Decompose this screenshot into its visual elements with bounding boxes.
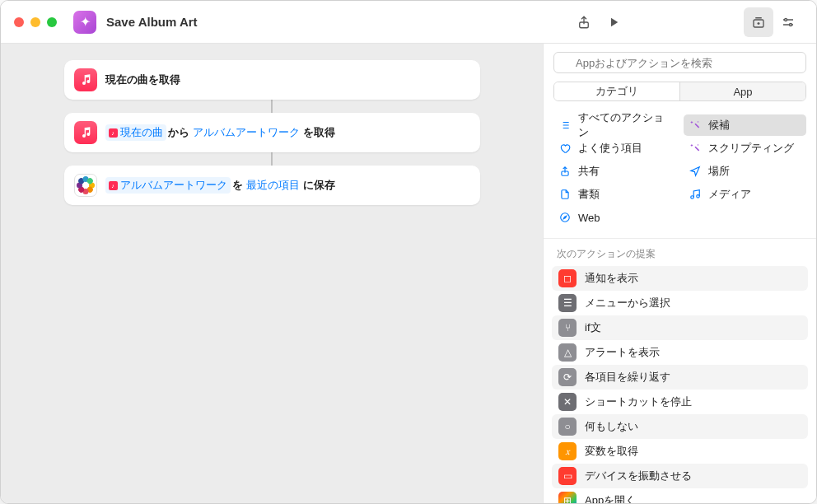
category-label: 候補 <box>708 118 730 133</box>
category-doc[interactable]: 書類 <box>553 184 677 205</box>
suggestion-item[interactable]: 𝑥変数を取得 <box>552 439 808 464</box>
category-label: 場所 <box>708 164 730 179</box>
suggestions-list: ◻通知を表示☰メニューから選択⑂if文△アラートを表示⟳各項目を繰り返す✕ショー… <box>544 266 816 503</box>
doc-icon <box>558 189 572 200</box>
suggestion-item[interactable]: △アラートを表示 <box>552 340 808 365</box>
category-list[interactable]: すべてのアクション <box>553 114 677 136</box>
suggestion-item[interactable]: ☰メニューから選択 <box>552 291 808 315</box>
suggestion-label: ショートカットを停止 <box>585 394 692 409</box>
suggestion-item[interactable]: ⊞Appを開く <box>552 488 808 503</box>
action-card[interactable]: ♪アルバムアートワーク を 最近の項目 に保存 <box>64 166 480 205</box>
run-button[interactable] <box>599 7 628 37</box>
settings-button[interactable] <box>773 7 803 37</box>
action-text: 現在の曲を取得 <box>105 72 180 87</box>
segmented-control: カテゴリ App <box>553 82 806 101</box>
suggestion-icon: ○ <box>558 418 577 436</box>
svg-point-2 <box>785 18 787 21</box>
svg-point-8 <box>561 213 570 222</box>
tab-category[interactable]: カテゴリ <box>554 82 679 100</box>
list-icon <box>558 119 572 131</box>
category-music[interactable]: メディア <box>684 184 807 205</box>
category-label: Web <box>578 212 600 224</box>
category-heart[interactable]: よく使う項目 <box>553 138 677 159</box>
category-label: スクリプティング <box>708 141 794 156</box>
close-button[interactable] <box>14 17 24 27</box>
suggestion-label: 通知を表示 <box>585 271 638 286</box>
window-title: Save Album Art <box>106 15 198 29</box>
suggestion-item[interactable]: ⑂if文 <box>552 315 808 340</box>
suggestion-label: メニューから選択 <box>585 296 670 310</box>
suggestion-item[interactable]: ◻通知を表示 <box>552 266 808 291</box>
category-label: 書類 <box>578 187 600 202</box>
suggestion-label: Appを開く <box>585 493 636 503</box>
suggestion-item[interactable]: ○何もしない <box>552 414 808 439</box>
svg-point-3 <box>790 23 792 26</box>
share-button[interactable] <box>569 7 599 37</box>
suggestion-label: if文 <box>585 320 601 335</box>
suggestion-icon: ☰ <box>558 294 577 312</box>
variable-token[interactable]: 最近の項目 <box>245 177 301 194</box>
category-label: メディア <box>708 187 751 202</box>
zoom-button[interactable] <box>47 17 57 27</box>
category-wand[interactable]: 候補 <box>684 114 807 136</box>
suggestion-label: デバイスを振動させる <box>585 469 692 483</box>
suggestion-item[interactable]: ✕ショートカットを停止 <box>552 390 808 414</box>
wand-icon <box>689 142 702 154</box>
window: ✦ Save Album Art 現在の曲を取得♪現在の曲 から アルバムアート… <box>0 0 817 504</box>
category-safari[interactable]: Web <box>553 207 677 228</box>
tab-app[interactable]: App <box>679 82 805 100</box>
suggestion-label: 変数を取得 <box>585 444 638 459</box>
workflow-canvas[interactable]: 現在の曲を取得♪現在の曲 から アルバムアートワーク を取得♪アルバムアートワー… <box>1 44 543 503</box>
search-row <box>553 52 806 73</box>
shortcut-icon: ✦ <box>73 11 96 34</box>
music-icon <box>74 121 97 144</box>
share-icon <box>558 166 572 177</box>
library-toggle-button[interactable] <box>744 7 773 37</box>
music-icon <box>74 68 97 91</box>
connector <box>271 100 273 113</box>
traffic-lights <box>14 17 57 27</box>
variable-token[interactable]: ♪現在の曲 <box>105 124 166 141</box>
music-icon <box>689 189 702 200</box>
titlebar: ✦ Save Album Art <box>1 1 816 44</box>
category-label: よく使う項目 <box>578 141 642 156</box>
suggestion-icon: ▭ <box>558 467 577 485</box>
category-label: 共有 <box>578 164 600 179</box>
category-list: すべてのアクション候補よく使う項目スクリプティング共有場所書類メディアWeb <box>544 108 816 239</box>
action-card[interactable]: 現在の曲を取得 <box>64 60 480 100</box>
suggestion-icon: ✕ <box>558 393 577 411</box>
heart-icon <box>558 142 572 154</box>
svg-point-7 <box>696 195 699 198</box>
suggestion-item[interactable]: ⟳各項目を繰り返す <box>552 365 808 390</box>
safari-icon <box>558 212 572 223</box>
suggestion-icon: 𝑥 <box>558 442 577 460</box>
search-input[interactable] <box>553 52 806 73</box>
suggestion-label: 各項目を繰り返す <box>585 370 670 385</box>
category-share[interactable]: 共有 <box>553 161 677 182</box>
suggestion-icon: ⟳ <box>558 368 577 386</box>
wand-icon <box>689 119 702 131</box>
suggestion-icon: ⑂ <box>558 319 577 337</box>
action-text: ♪現在の曲 から アルバムアートワーク を取得 <box>105 124 335 141</box>
suggestion-label: 何もしない <box>585 419 638 434</box>
action-card[interactable]: ♪現在の曲 から アルバムアートワーク を取得 <box>64 113 480 152</box>
svg-point-6 <box>690 196 693 199</box>
variable-token[interactable]: ♪アルバムアートワーク <box>105 177 231 194</box>
location-icon <box>689 166 702 177</box>
category-wand[interactable]: スクリプティング <box>684 138 807 159</box>
suggestion-icon: ◻ <box>558 269 577 287</box>
suggestion-icon: △ <box>558 343 577 362</box>
suggestion-item[interactable]: ▭デバイスを振動させる <box>552 464 808 488</box>
minimize-button[interactable] <box>30 17 40 27</box>
category-location[interactable]: 場所 <box>684 161 807 182</box>
variable-token[interactable]: アルバムアートワーク <box>191 124 301 141</box>
suggestions-header: 次のアクションの提案 <box>544 239 816 266</box>
action-text: ♪アルバムアートワーク を 最近の項目 に保存 <box>105 177 335 194</box>
library-sidebar: カテゴリ App すべてのアクション候補よく使う項目スクリプティング共有場所書類… <box>543 44 816 503</box>
photos-icon <box>74 174 97 197</box>
body: 現在の曲を取得♪現在の曲 から アルバムアートワーク を取得♪アルバムアートワー… <box>1 44 816 503</box>
category-label: すべてのアクション <box>578 110 672 140</box>
suggestion-label: アラートを表示 <box>585 345 660 360</box>
suggestion-icon: ⊞ <box>558 492 577 503</box>
connector <box>271 152 273 166</box>
